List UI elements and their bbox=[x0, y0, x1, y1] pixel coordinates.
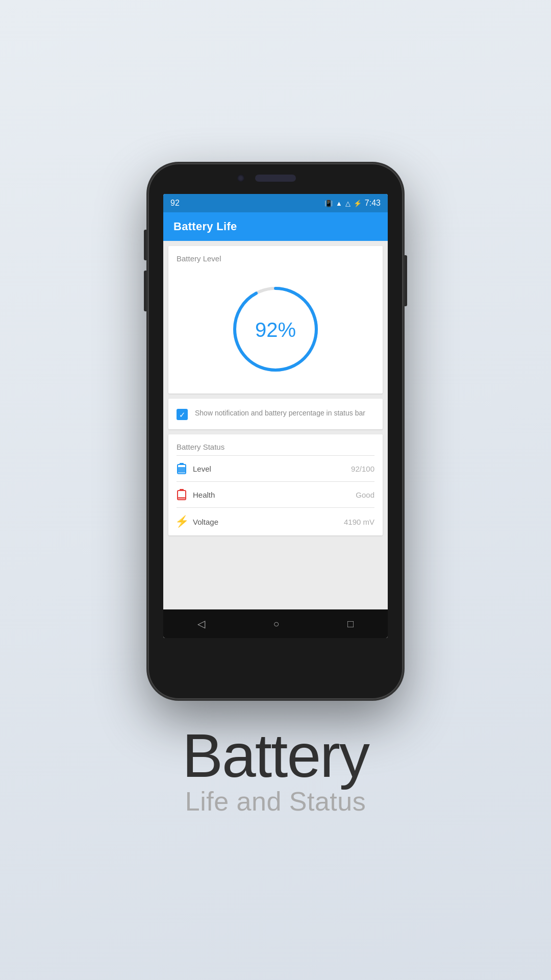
voltage-row: ⚡ Voltage 4190 mV bbox=[168, 508, 383, 535]
content-area: Battery Level 92% bbox=[163, 241, 388, 638]
level-label: Level bbox=[193, 464, 345, 473]
battery-level-card: Battery Level 92% bbox=[168, 246, 383, 394]
battery-status-card: Battery Status Level 92/100 bbox=[168, 434, 383, 535]
volume-up-button[interactable] bbox=[144, 230, 146, 260]
battery-status-title: Battery Status bbox=[168, 434, 383, 455]
wifi-icon: ▲ bbox=[336, 200, 342, 207]
notification-label: Show notification and battery percentage… bbox=[195, 408, 365, 419]
home-button[interactable]: ○ bbox=[273, 618, 279, 630]
recents-button[interactable]: □ bbox=[347, 618, 354, 630]
battery-level-label: Battery Level bbox=[177, 254, 221, 263]
battery-level-icon bbox=[177, 463, 187, 474]
back-button[interactable]: ◁ bbox=[197, 618, 205, 630]
svg-rect-7 bbox=[178, 497, 185, 499]
svg-rect-4 bbox=[178, 467, 185, 473]
bottom-title: Battery bbox=[182, 725, 369, 786]
checkmark-icon: ✓ bbox=[179, 411, 186, 419]
status-time: 7:43 bbox=[365, 199, 381, 208]
voltage-label: Voltage bbox=[193, 518, 338, 526]
status-battery-level: 92 bbox=[170, 199, 180, 208]
svg-rect-6 bbox=[180, 489, 184, 491]
battery-health-icon bbox=[177, 489, 187, 500]
level-value: 92/100 bbox=[351, 464, 374, 473]
volume-down-button[interactable] bbox=[144, 271, 146, 311]
signal-icon: △ bbox=[345, 200, 350, 207]
power-button[interactable] bbox=[405, 255, 407, 306]
health-value: Good bbox=[356, 491, 374, 499]
battery-gauge: 92% bbox=[224, 278, 327, 380]
bottom-subtitle: Life and Status bbox=[182, 786, 369, 817]
phone-screen: 92 📳 ▲ △ ⚡ 7:43 Battery Life Battery Lev… bbox=[163, 194, 388, 638]
app-bar: Battery Life bbox=[163, 212, 388, 241]
gauge-container: 92% bbox=[177, 268, 374, 385]
status-bar: 92 📳 ▲ △ ⚡ 7:43 bbox=[163, 194, 388, 212]
health-label: Health bbox=[193, 491, 349, 499]
checkbox[interactable]: ✓ bbox=[177, 409, 188, 420]
front-camera bbox=[237, 175, 244, 182]
level-row: Level 92/100 bbox=[168, 456, 383, 481]
status-icons: 📳 ▲ △ ⚡ 7:43 bbox=[324, 199, 381, 208]
phone-shell: 92 📳 ▲ △ ⚡ 7:43 Battery Life Battery Lev… bbox=[148, 163, 403, 699]
nav-bar: ◁ ○ □ bbox=[163, 609, 388, 638]
notification-checkbox-card: ✓ Show notification and battery percenta… bbox=[168, 399, 383, 429]
voltage-value: 4190 mV bbox=[344, 518, 374, 526]
app-title: Battery Life bbox=[173, 220, 237, 233]
battery-charging-icon: ⚡ bbox=[354, 200, 362, 207]
bottom-text: Battery Life and Status bbox=[182, 725, 369, 817]
earpiece-speaker bbox=[255, 175, 296, 182]
svg-rect-3 bbox=[180, 463, 184, 465]
voltage-lightning-icon: ⚡ bbox=[177, 515, 187, 528]
health-row: Health Good bbox=[168, 482, 383, 507]
vibrate-icon: 📳 bbox=[324, 200, 333, 207]
gauge-percentage-text: 92% bbox=[255, 318, 296, 341]
